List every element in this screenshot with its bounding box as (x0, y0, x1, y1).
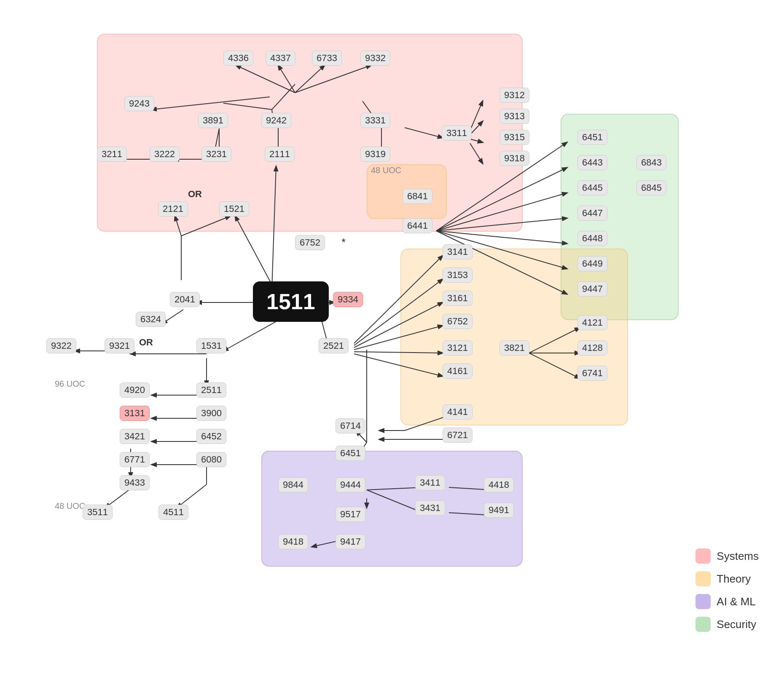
node-6451-ai[interactable]: 6451 (336, 446, 365, 461)
node-6324[interactable]: 6324 (136, 312, 166, 327)
node-3821[interactable]: 3821 (499, 340, 529, 356)
node-6841[interactable]: 6841 (403, 189, 432, 204)
node-3900[interactable]: 3900 (196, 406, 226, 421)
node-6448[interactable]: 6448 (577, 231, 607, 246)
node-4337[interactable]: 4337 (266, 51, 295, 66)
svg-line-25 (223, 318, 282, 351)
legend: Systems Theory AI & ML Security (695, 548, 759, 632)
node-6451-sec[interactable]: 6451 (577, 130, 607, 145)
or-label-2: OR (139, 337, 153, 348)
diagram-container: 48 UOC 48 UOC 96 UOC 48 UOC OR OR * (0, 0, 784, 674)
node-3331[interactable]: 3331 (360, 113, 390, 128)
node-9243[interactable]: 9243 (124, 96, 154, 111)
node-9447[interactable]: 9447 (577, 281, 607, 297)
node-3141[interactable]: 3141 (443, 244, 473, 259)
node-4336[interactable]: 4336 (223, 51, 253, 66)
legend-theory-box (695, 571, 711, 586)
node-4121[interactable]: 4121 (577, 315, 607, 330)
asterisk-label: * (341, 236, 346, 249)
svg-line-51 (436, 231, 567, 243)
node-6443[interactable]: 6443 (577, 155, 607, 170)
node-2121[interactable]: 2121 (158, 201, 188, 217)
node-3121[interactable]: 3121 (443, 340, 473, 356)
node-9417[interactable]: 9417 (336, 534, 365, 549)
uoc-48-left-label: 48 UOC (55, 501, 85, 511)
node-4128[interactable]: 4128 (577, 340, 607, 356)
node-2041[interactable]: 2041 (170, 292, 200, 307)
node-6721[interactable]: 6721 (443, 428, 473, 443)
node-9321[interactable]: 9321 (105, 338, 134, 353)
node-9844[interactable]: 9844 (278, 477, 308, 492)
node-6449[interactable]: 6449 (577, 256, 607, 271)
node-6771[interactable]: 6771 (120, 452, 150, 467)
legend-security: Security (695, 617, 759, 632)
node-1511[interactable]: 1511 (253, 281, 329, 322)
node-2111[interactable]: 2111 (265, 147, 295, 162)
region-theory-bottom (400, 249, 628, 425)
node-6845[interactable]: 6845 (636, 180, 666, 195)
legend-security-label: Security (717, 618, 756, 631)
legend-aiml-box (695, 594, 711, 609)
node-6445[interactable]: 6445 (577, 180, 607, 195)
node-9319[interactable]: 9319 (360, 147, 390, 162)
node-4418[interactable]: 4418 (484, 477, 514, 492)
legend-aiml-label: AI & ML (717, 595, 755, 608)
node-6452[interactable]: 6452 (196, 429, 226, 444)
node-3231[interactable]: 3231 (201, 147, 231, 162)
node-9312[interactable]: 9312 (499, 88, 529, 103)
node-3421[interactable]: 3421 (120, 429, 150, 444)
node-3131[interactable]: 3131 (120, 406, 150, 421)
node-9242[interactable]: 9242 (261, 113, 291, 128)
node-9332[interactable]: 9332 (360, 51, 390, 66)
legend-security-box (695, 617, 711, 632)
legend-theory: Theory (695, 571, 759, 586)
node-3222[interactable]: 3222 (150, 147, 180, 162)
node-6080[interactable]: 6080 (196, 452, 226, 467)
node-4141[interactable]: 4141 (443, 404, 473, 420)
legend-aiml: AI & ML (695, 594, 759, 609)
node-6752-mid[interactable]: 6752 (443, 314, 473, 329)
node-6752-top[interactable]: 6752 (295, 235, 325, 250)
node-6447[interactable]: 6447 (577, 206, 607, 221)
node-2521[interactable]: 2521 (319, 338, 349, 353)
node-6441[interactable]: 6441 (403, 218, 432, 233)
uoc-label-48-top: 48 UOC (371, 166, 401, 175)
node-3153[interactable]: 3153 (443, 267, 473, 283)
legend-theory-label: Theory (717, 572, 751, 586)
node-9418[interactable]: 9418 (278, 534, 308, 549)
node-9491[interactable]: 9491 (484, 503, 514, 518)
legend-systems-box (695, 548, 711, 564)
node-9313[interactable]: 9313 (499, 109, 529, 124)
node-4511[interactable]: 4511 (158, 505, 188, 520)
uoc-96-label: 96 UOC (55, 379, 85, 389)
node-3211[interactable]: 3211 (97, 147, 127, 162)
svg-line-40 (177, 484, 207, 508)
node-3411[interactable]: 3411 (415, 475, 445, 490)
node-9517[interactable]: 9517 (336, 507, 365, 522)
node-6733[interactable]: 6733 (312, 51, 342, 66)
node-6714[interactable]: 6714 (336, 418, 365, 433)
or-label-1: OR (188, 189, 202, 200)
node-9334[interactable]: 9334 (333, 292, 363, 307)
node-4161[interactable]: 4161 (443, 364, 473, 379)
node-3431[interactable]: 3431 (415, 500, 445, 516)
node-9433[interactable]: 9433 (120, 475, 150, 490)
node-2511[interactable]: 2511 (196, 382, 226, 398)
node-3891[interactable]: 3891 (198, 113, 228, 128)
legend-systems-label: Systems (717, 550, 759, 563)
node-3161[interactable]: 3161 (443, 291, 473, 306)
legend-systems: Systems (695, 548, 759, 564)
node-9322[interactable]: 9322 (46, 338, 76, 353)
node-3311[interactable]: 3311 (442, 126, 472, 141)
node-9318[interactable]: 9318 (499, 151, 529, 166)
node-1521[interactable]: 1521 (219, 201, 249, 217)
node-9444[interactable]: 9444 (336, 477, 365, 492)
node-6741[interactable]: 6741 (577, 366, 607, 381)
node-3511[interactable]: 3511 (83, 505, 113, 520)
node-6843[interactable]: 6843 (636, 155, 666, 170)
node-1531[interactable]: 1531 (196, 338, 226, 353)
node-4920[interactable]: 4920 (120, 382, 150, 398)
node-9315[interactable]: 9315 (499, 130, 529, 145)
